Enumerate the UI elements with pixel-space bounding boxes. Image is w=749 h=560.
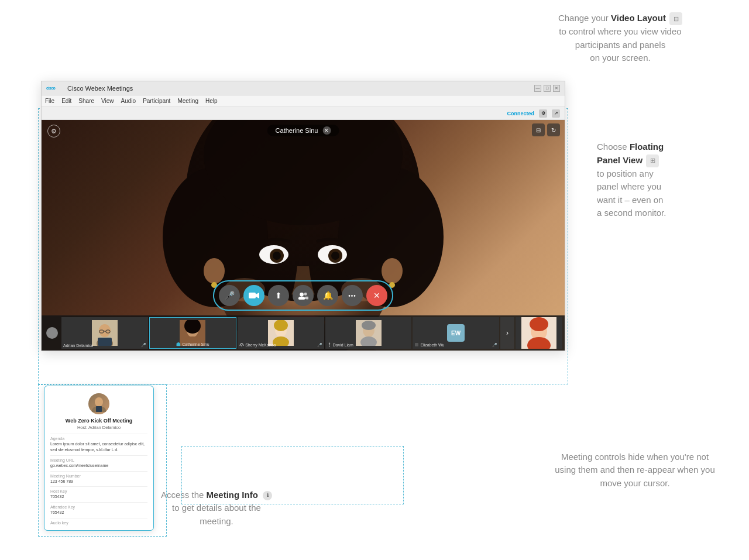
floating-panel-annotation: Choose FloatingPanel View ⊞ to position … [597, 140, 731, 220]
cisco-logo: cisco [46, 85, 64, 91]
menu-help[interactable]: Help [205, 98, 218, 104]
svg-point-11 [331, 252, 339, 260]
ann-meeting-info-bold: Meeting Info [207, 490, 258, 500]
mute-button[interactable]: 🎤 [219, 285, 240, 306]
end-call-button[interactable]: ✕ [366, 285, 387, 306]
floating-panel-icon: ⊞ [646, 154, 659, 167]
video-layout-annotation: Change your Video Layout ⊟ to control wh… [527, 12, 714, 65]
toolbar: Connected ⚙ ↗ [42, 107, 565, 120]
panel-divider-4 [50, 486, 147, 487]
ann-video-layout-bold: Video Layout [611, 13, 666, 23]
meeting-number-value: 123 456 789 [50, 479, 147, 485]
thumbnail-adrian[interactable]: Adrian Delamico 🎤 [61, 317, 148, 349]
thumbnail-sherry[interactable]: Sherry McKanea 🎤 [238, 317, 324, 349]
toolbar-icon-1[interactable]: ⚙ [539, 109, 547, 118]
participants-icon [298, 291, 308, 300]
participants-button[interactable] [293, 285, 314, 306]
speaker-name: Catherine Sinu [276, 127, 318, 134]
thumbnail-elizabeth[interactable]: EW Elizabeth Wu 🎤 [413, 317, 499, 349]
svg-point-49 [530, 317, 548, 331]
thumb-name-sherry: Sherry McKanea [239, 342, 276, 348]
svg-point-20 [300, 293, 304, 297]
audio-key-label: Audio key [50, 521, 147, 525]
camera-rotate-button[interactable]: ↻ [547, 123, 560, 136]
thumb-mic-sherry: 🎤 [317, 343, 322, 348]
svg-point-12 [204, 258, 225, 284]
video-layout-icon: ⊟ [669, 12, 682, 25]
thumbnail-extra[interactable] [516, 317, 562, 349]
svg-rect-46 [415, 343, 418, 346]
ann-access-text: Access the [161, 490, 207, 500]
settings-overlay[interactable]: ⚙ [47, 125, 60, 138]
menu-audio[interactable]: Audio [121, 98, 136, 104]
toolbar-icon-2[interactable]: ↗ [552, 109, 560, 118]
ann-control-text: to control where you view videoparticipa… [559, 26, 681, 63]
menu-share[interactable]: Share [78, 98, 94, 104]
gray-circle [46, 327, 58, 339]
svg-point-22 [304, 293, 307, 296]
svg-rect-27 [98, 338, 112, 346]
meeting-number-label: Meeting Number [50, 474, 147, 478]
svg-point-25 [99, 324, 111, 337]
meeting-controls-bar: 🎤 ⬆ 🔔 ••• ✕ [213, 280, 393, 311]
svg-point-43 [362, 321, 376, 330]
controls-hide-annotation: Meeting controls hide when you're not us… [550, 451, 720, 490]
close-button[interactable]: ✕ [553, 85, 560, 92]
ann-choose-text: Choose [597, 142, 630, 152]
camera-icon [249, 291, 259, 300]
panel-meeting-title: Web Zero Kick Off Meeting [50, 418, 147, 424]
video-top-right-controls: ⊟ ↻ [532, 123, 560, 136]
menu-bar: File Edit Share View Audio Participant M… [42, 95, 565, 107]
ann-position-text: to position anypanel where youwant it – … [597, 169, 666, 218]
panel-divider-2 [50, 455, 147, 456]
minimize-button[interactable]: — [534, 85, 541, 92]
panel-host-avatar [88, 393, 109, 414]
svg-point-45 [329, 346, 330, 347]
share-button[interactable]: ⬆ [268, 285, 289, 306]
menu-file[interactable]: File [45, 98, 54, 104]
maximize-button[interactable]: □ [544, 85, 551, 92]
speaker-name-bar: Catherine Sinu ✕ [267, 125, 339, 136]
svg-point-10 [273, 252, 281, 260]
chat-button[interactable]: 🔔 [317, 285, 338, 306]
svg-point-23 [304, 297, 308, 300]
thumb-name-adrian: Adrian Delamico [63, 343, 93, 348]
host-key-label: Host Key [50, 489, 147, 493]
panel-divider-3 [50, 471, 147, 472]
video-area: ⚙ Catherine Sinu ✕ ⊟ ↻ 🎤 ⬆ [42, 120, 565, 351]
panel-host-name: Host: Adrian Delamico [50, 425, 147, 430]
menu-view[interactable]: View [101, 98, 114, 104]
thumbnail-catherine[interactable]: Catherine Sinu [149, 317, 237, 349]
connected-status: Connected [507, 111, 534, 116]
ann-change-text: Change your [558, 13, 611, 23]
agenda-label: Agenda [50, 437, 147, 441]
more-button[interactable]: ••• [342, 285, 363, 306]
settings-circle-button[interactable]: ⚙ [47, 125, 60, 138]
speaker-bar-close[interactable]: ✕ [322, 126, 331, 135]
ann-details-text: to get details about themeeting. [172, 503, 261, 526]
menu-meeting[interactable]: Meeting [177, 98, 198, 104]
thumbnail-next-button[interactable]: › [500, 317, 514, 349]
thumbnail-david[interactable]: David Liam [325, 317, 412, 349]
attendee-key-value: 765432 [50, 510, 147, 516]
title-bar: cisco Cisco Webex Meetings — □ ✕ [42, 81, 565, 95]
camera-button[interactable] [243, 285, 264, 306]
panel-divider-6 [50, 518, 147, 518]
ann-controls-text: Meeting controls hide when you're not us… [555, 452, 715, 488]
svg-point-40 [241, 345, 242, 346]
elizabeth-avatar: EW [447, 324, 465, 342]
menu-edit[interactable]: Edit [61, 98, 71, 104]
thumb-name-david: David Liam [327, 342, 353, 348]
menu-participant[interactable]: Participant [143, 98, 170, 104]
thumb-mic-elizabeth: 🎤 [492, 343, 497, 348]
meeting-link-value: go.webex.com/meets/username [50, 463, 147, 469]
svg-point-13 [382, 258, 403, 284]
svg-point-51 [95, 397, 103, 407]
app-window: cisco Cisco Webex Meetings — □ ✕ File Ed… [41, 81, 565, 351]
info-circle-icon: ℹ [263, 491, 272, 500]
thumb-name-elizabeth: Elizabeth Wu [414, 342, 444, 348]
host-key-value: 705432 [50, 494, 147, 500]
thumbnail-strip: Adrian Delamico 🎤 C [42, 315, 565, 351]
agenda-value: Lorem ipsum dolor sit amet, consectetur … [50, 441, 147, 453]
video-layout-button[interactable]: ⊟ [532, 123, 545, 136]
